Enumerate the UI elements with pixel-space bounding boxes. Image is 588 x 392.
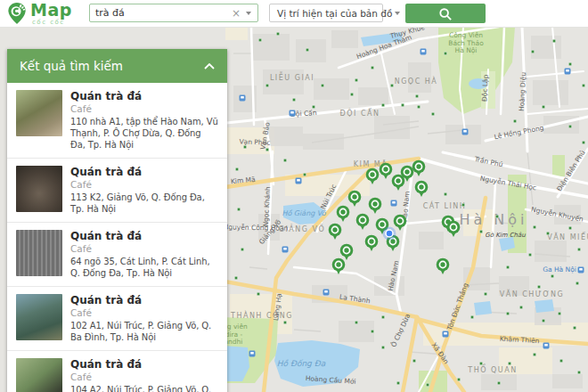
map-poi-dot: [258, 38, 261, 41]
map-poi-dot: [371, 330, 373, 332]
transit-icon-glyph: [324, 290, 328, 293]
map-poi-dot: [381, 315, 384, 318]
results-list: Quán trà đáCafé110 nhà A1, tập thể Hào N…: [7, 83, 227, 392]
result-category: Café: [70, 179, 218, 190]
map-poi-dot: [426, 383, 429, 386]
transit-icon-glyph: [444, 332, 447, 335]
map-poi-dot: [321, 84, 323, 86]
location-scope-value: Vị trí hiện tại của bản đồ: [277, 8, 392, 19]
current-location-dot: [386, 230, 393, 237]
map-poi-dot: [350, 93, 353, 95]
result-category: Café: [70, 243, 218, 254]
map-poi-dot: [559, 359, 562, 362]
pin-shape: [372, 201, 377, 206]
pin-shape: [360, 217, 364, 222]
map-water-label: Hồ Giảng Võ: [282, 209, 326, 217]
chevron-up-icon: [204, 63, 215, 69]
search-button[interactable]: [405, 4, 486, 23]
pin-shape: [332, 227, 337, 232]
map-poi-dot: [573, 326, 576, 329]
result-photo: [16, 294, 62, 340]
map-poi-dot: [257, 292, 259, 295]
transit-icon-glyph: [250, 352, 254, 355]
map-poi-dot: [528, 253, 531, 256]
map-water: [535, 299, 554, 313]
map-building-block: [331, 30, 358, 48]
map-poi-dot: [265, 84, 268, 86]
transit-icon-glyph: [290, 111, 294, 114]
result-photo: [16, 358, 62, 392]
results-panel: Kết quả tìm kiếm Quán trà đáCafé110 nhà …: [7, 49, 227, 392]
pin-shape: [451, 225, 455, 229]
map-poi-dot: [506, 312, 509, 314]
map-poi-dot: [303, 173, 306, 176]
map-poi-dot: [542, 319, 544, 322]
map-poi-dot: [479, 230, 482, 233]
result-category: Café: [70, 372, 218, 382]
map-city-label: Hà Nội: [459, 211, 527, 228]
map-building-block: [531, 36, 561, 59]
map-poi-dot: [457, 378, 460, 380]
pin-shape: [419, 184, 423, 189]
map-district-label: THÀNH CÔNG: [230, 310, 293, 320]
transit-icon-glyph: [544, 344, 548, 347]
pin-shape: [396, 178, 400, 183]
result-text: Quán trà đáCafé102 A1, Núi Trúc, P. Giản…: [70, 294, 218, 343]
result-category: Café: [70, 103, 218, 114]
search-input[interactable]: [90, 7, 229, 19]
map-poi-dot: [265, 148, 268, 151]
map-poi-dot: [508, 362, 510, 364]
map-poi-dot: [312, 105, 314, 108]
pin-shape: [370, 172, 374, 176]
map-poi-dot: [234, 276, 237, 279]
map-building-block: [533, 80, 568, 105]
map-poi-dot: [582, 84, 584, 86]
map-district-label: NGỌC HÀ: [395, 76, 438, 86]
pin-shape: [416, 164, 421, 168]
transit-icon-glyph: [283, 248, 287, 250]
location-scope-select[interactable]: Vị trí hiện tại của bản đồ: [269, 4, 383, 22]
map-poi-dot: [558, 312, 560, 314]
result-list-item[interactable]: Quán trà đáCafé110 nhà A1, tập thể Hào N…: [7, 83, 227, 159]
search-history-dropdown-icon[interactable]: [246, 12, 251, 15]
map-building-block: [374, 116, 410, 139]
pin-shape: [404, 169, 409, 174]
map-poi-dot: [401, 103, 404, 106]
result-address: 102 A1, Núi Trúc, P. Giảng Võ, Q. Ba Đìn…: [70, 320, 218, 343]
search-icon: [438, 7, 453, 20]
map-poi-dot: [513, 119, 516, 122]
map-station-label: Ga Hà Nội: [543, 265, 576, 274]
map-poi-dot: [235, 167, 238, 170]
logo-text: Map cốc cốc: [30, 2, 72, 26]
map-building-block: [303, 134, 344, 150]
result-list-item[interactable]: Quán trà đáCafé113 K2, Giảng Võ, Q. Đống…: [7, 159, 227, 223]
map-poi-dot: [237, 208, 240, 210]
app-window: LIỄU GIAIĐỘI CẤNNGỌC HÀGIẢNG VÕCÁT LINHK…: [0, 0, 588, 392]
map-poi-dot: [577, 371, 580, 373]
transit-icon-glyph: [579, 268, 583, 271]
result-list-item[interactable]: Quán trà đáCafé102 A1, Núi Trúc, P. Giản…: [7, 287, 227, 351]
map-building-block: [535, 241, 567, 262]
map-poi-dot: [355, 78, 357, 81]
clear-search-icon[interactable]: ×: [229, 8, 243, 19]
logo[interactable]: Map cốc cốc: [7, 2, 72, 26]
result-list-item[interactable]: Quán trà đáCafé64 ngõ 35, Cát Linh, P. C…: [7, 223, 227, 287]
map-poi-dot: [542, 105, 544, 108]
map-poi-dot: [417, 105, 420, 108]
result-title: Quán trà đá: [70, 166, 218, 178]
map-poi-dot: [243, 145, 246, 148]
results-panel-header[interactable]: Kết quả tìm kiếm: [7, 49, 227, 83]
map-poi-dot: [577, 248, 580, 250]
map-poi-dot: [551, 274, 553, 277]
map-park-label: Hà Nội: [455, 46, 478, 54]
result-category: Café: [70, 307, 218, 318]
result-text: Quán trà đáCafé110 nhà A1, tập thể Hào N…: [70, 90, 218, 151]
transit-icon-glyph: [421, 50, 425, 53]
pin-shape: [344, 248, 348, 252]
map-poi-dot: [506, 265, 509, 268]
map-poi-dot: [484, 292, 486, 295]
pin-shape: [340, 209, 345, 214]
result-list-item[interactable]: Quán trà đáCafé104 A2, Núi Trúc, P. Giản…: [7, 351, 227, 392]
map-street-label: Độc Lập: [480, 74, 490, 102]
map-poi-dot: [415, 94, 418, 97]
